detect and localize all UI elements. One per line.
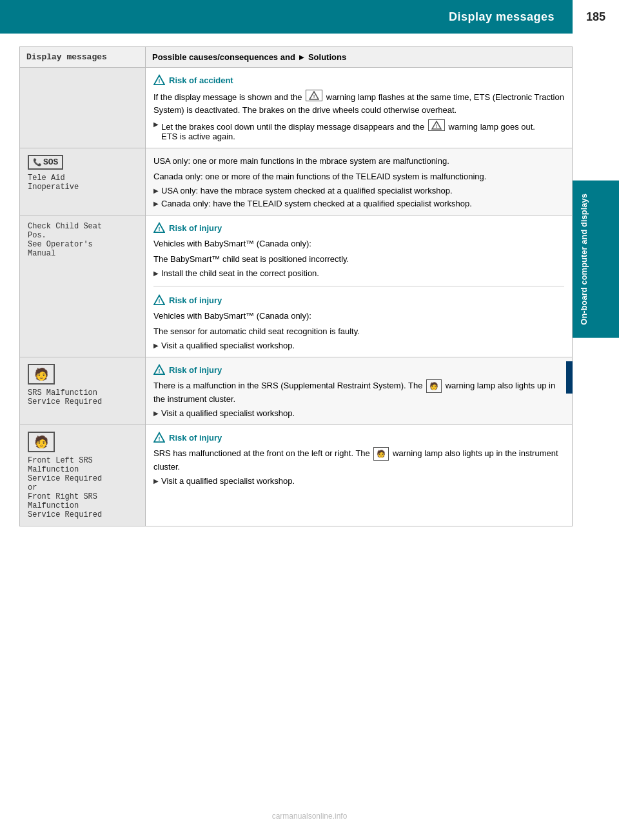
triangle-warning-icon: ! — [153, 74, 165, 86]
srs-icon-2: 🧑 — [28, 432, 55, 452]
content-cell-4: ! Risk of injury There is a malfunction … — [146, 357, 573, 425]
display-cell-2: 📞SOS Tele AidInoperative — [20, 148, 146, 215]
display-cell-1 — [20, 68, 146, 148]
body-srs-1: There is a malfunction in the SRS (Suppl… — [153, 379, 564, 405]
header-title: Display messages — [449, 10, 555, 24]
svg-text:!: ! — [159, 368, 161, 374]
sos-badge: 📞SOS — [28, 155, 63, 170]
bullet-childseat-1: Install the child seat in the correct po… — [153, 268, 564, 278]
bullet-canada: Canada only: have the TELEAID system che… — [153, 199, 564, 208]
triangle-warning-icon-5: ! — [153, 432, 165, 443]
display-cell-3: Check Child SeatPos.See Operator'sManual — [20, 215, 146, 357]
bullet-usa: USA only: have the mbrace system checked… — [153, 186, 564, 195]
separator — [153, 286, 564, 286]
body-childseat-2: The BabySmart™ child seat is positioned … — [153, 253, 564, 266]
triangle-warning-icon-3: ! — [153, 294, 165, 306]
col-header-causes: Possible causes/consequences and ► Solut… — [146, 47, 573, 68]
display-label-teleaid: Tele AidInoperative — [28, 174, 79, 192]
table-row: 🧑 SRS MalfunctionService Required ! Risk… — [20, 357, 573, 425]
content-cell-1: ! Risk of accident If the display messag… — [146, 68, 573, 148]
page-number: 185 — [573, 0, 619, 34]
bullet-1: Let the brakes cool down until the displ… — [153, 119, 564, 141]
col-header-display: Display messages — [20, 47, 146, 68]
svg-text:!: ! — [313, 94, 315, 99]
body-canada: Canada only: one or more of the main fun… — [153, 170, 564, 183]
srs-lamp-inline-2: 🧑 — [373, 447, 389, 461]
side-tab-label: On-board computer and displays — [573, 181, 619, 338]
warning-title-injury-2: ! Risk of injury — [153, 294, 564, 306]
svg-text:!: ! — [436, 123, 438, 129]
display-label-srs2: Front Left SRSMalfunctionService Require… — [28, 456, 102, 519]
main-content: Display messages Possible causes/consequ… — [19, 34, 573, 539]
body-frontleft-1: SRS has malfunctioned at the front on th… — [153, 447, 564, 473]
bullet-sensor: Visit a qualified specialist workshop. — [153, 341, 564, 350]
content-cell-2: USA only: one or more main functions in … — [146, 148, 573, 215]
warning-lamp-inline-2: ! — [428, 119, 445, 131]
srs-icon-1: 🧑 — [28, 364, 55, 385]
triangle-warning-icon-2: ! — [153, 222, 165, 234]
display-label-srs1: SRS MalfunctionService Required — [28, 388, 102, 406]
bullet-srs-1: Visit a qualified specialist workshop. — [153, 408, 564, 418]
table-row: 🧑 Front Left SRSMalfunctionService Requi… — [20, 425, 573, 526]
warning-title-injury-1: ! Risk of injury — [153, 222, 564, 234]
svg-text:!: ! — [159, 298, 161, 305]
warning-title-injury-3: ! Risk of injury — [153, 364, 564, 375]
display-cell-4: 🧑 SRS MalfunctionService Required — [20, 357, 146, 425]
svg-text:!: ! — [159, 435, 161, 442]
table-row: ! Risk of accident If the display messag… — [20, 68, 573, 148]
content-cell-3: ! Risk of injury Vehicles with BabySmart… — [146, 215, 573, 357]
svg-text:!: ! — [159, 78, 161, 85]
body-childseat-1: Vehicles with BabySmart™ (Canada only): — [153, 237, 564, 250]
srs-lamp-inline-1: 🧑 — [426, 379, 442, 393]
body-text-1: If the display message is shown and the … — [153, 90, 564, 116]
warning-lamp-inline: ! — [306, 90, 322, 101]
table-row: 📞SOS Tele AidInoperative USA only: one o… — [20, 148, 573, 215]
side-tab-marker — [566, 361, 573, 394]
body-sensor-2: The sensor for automatic child seat reco… — [153, 325, 564, 338]
svg-text:!: ! — [159, 226, 161, 232]
body-sensor-1: Vehicles with BabySmart™ (Canada only): — [153, 310, 564, 323]
content-cell-5: ! Risk of injury SRS has malfunctioned a… — [146, 425, 573, 526]
warning-title-injury-4: ! Risk of injury — [153, 432, 564, 443]
display-label-childseat: Check Child SeatPos.See Operator'sManual — [28, 222, 102, 258]
warning-title-accident: ! Risk of accident — [153, 74, 564, 86]
body-usa: USA only: one or more main functions in … — [153, 155, 564, 168]
display-cell-5: 🧑 Front Left SRSMalfunctionService Requi… — [20, 425, 146, 526]
watermark: carmanualsonline.info — [272, 812, 348, 821]
message-table: Display messages Possible causes/consequ… — [19, 46, 573, 526]
bullet-frontleft: Visit a qualified specialist workshop. — [153, 476, 564, 486]
header-bar: Display messages — [0, 0, 619, 34]
triangle-warning-icon-4: ! — [153, 364, 165, 375]
table-row: Check Child SeatPos.See Operator'sManual… — [20, 215, 573, 357]
